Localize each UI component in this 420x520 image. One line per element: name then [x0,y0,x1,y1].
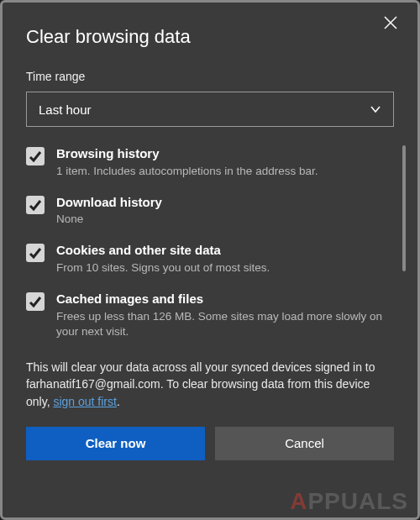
scrollbar[interactable] [402,145,406,271]
option-desc: Frees up less than 126 MB. Some sites ma… [56,309,394,339]
options-list: Browsing history 1 item. Includes autoco… [26,145,394,355]
button-row: Clear now Cancel [26,427,394,460]
note-email: farhanatif167@gmail.com [26,377,160,391]
check-icon [29,295,42,308]
option-title: Download history [56,194,394,211]
chevron-down-icon [370,103,381,115]
sign-out-link[interactable]: sign out first [53,395,116,408]
note-text: . [117,395,120,408]
check-icon [29,150,42,163]
checkbox-download-history[interactable] [26,196,45,214]
checkbox-cookies[interactable] [26,244,45,262]
time-range-value: Last hour [39,102,92,117]
option-cookies: Cookies and other site data From 10 site… [26,242,394,276]
close-button[interactable] [384,16,402,34]
option-browsing-history: Browsing history 1 item. Includes autoco… [26,145,394,179]
option-title: Browsing history [56,145,394,162]
checkbox-cached-images[interactable] [26,292,45,311]
option-desc: None [56,212,394,227]
option-desc: 1 item. Includes autocompletions in the … [56,164,394,179]
cancel-button[interactable]: Cancel [215,427,394,460]
option-download-history: Download history None [26,194,394,228]
close-icon [384,16,397,29]
option-title: Cached images and files [56,291,394,307]
sync-note: This will clear your data across all you… [26,359,394,410]
check-icon [29,198,42,212]
option-desc: From 10 sites. Signs you out of most sit… [56,260,394,276]
checkbox-browsing-history[interactable] [26,147,45,165]
dialog-title: Clear browsing data [26,26,394,48]
note-text: This will clear your data across all you… [26,360,375,374]
check-icon [29,246,42,260]
clear-now-button[interactable]: Clear now [26,427,205,460]
option-cached-images: Cached images and files Frees up less th… [26,291,394,339]
clear-browsing-data-dialog: Clear browsing data Time range Last hour… [0,0,420,520]
option-title: Cookies and other site data [56,242,394,259]
time-range-select[interactable]: Last hour [26,92,394,127]
time-range-label: Time range [26,70,394,83]
